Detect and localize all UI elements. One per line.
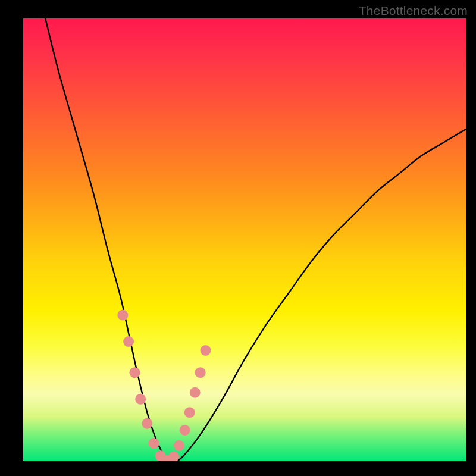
marker-dot (168, 452, 179, 461)
marker-dot (142, 418, 152, 429)
marker-dot (184, 407, 195, 418)
chart-frame: TheBottleneck.com (0, 0, 476, 476)
marker-dot (180, 425, 190, 436)
marker-dot (201, 345, 211, 356)
marker-dot (135, 394, 146, 405)
plot-area (23, 18, 466, 461)
curve-svg (23, 18, 466, 461)
bottleneck-curve (45, 18, 466, 461)
marker-dot (174, 440, 184, 451)
marker-dot (149, 438, 159, 449)
marker-dot (195, 367, 206, 378)
marker-dot (123, 336, 134, 347)
marker-dot (117, 310, 128, 321)
marker-dot (130, 367, 140, 378)
marker-dot (190, 387, 201, 398)
attribution-text: TheBottleneck.com (359, 4, 468, 18)
